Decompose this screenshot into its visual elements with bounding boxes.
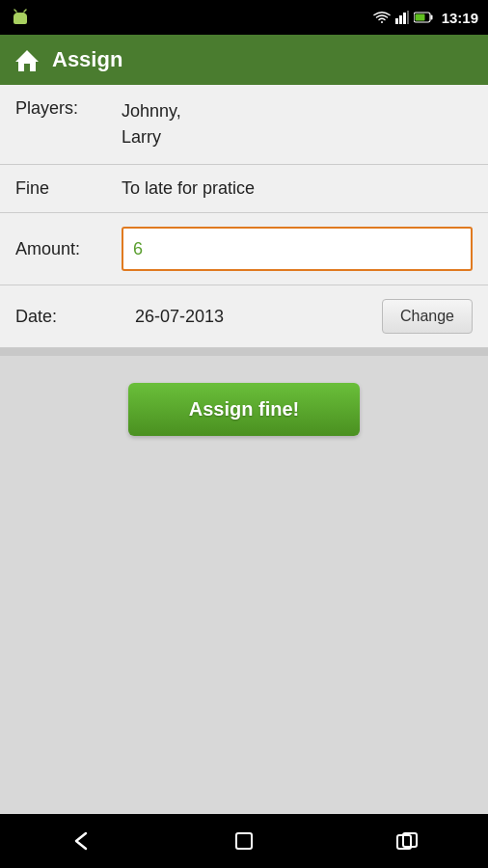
amount-input[interactable] bbox=[122, 227, 473, 271]
back-icon bbox=[67, 827, 95, 855]
svg-line-2 bbox=[14, 10, 16, 12]
players-label: Players: bbox=[15, 98, 122, 119]
fine-row: Fine To late for pratice bbox=[0, 165, 488, 213]
recent-apps-button[interactable] bbox=[393, 827, 421, 855]
players-value: Johnny,Larry bbox=[122, 98, 473, 150]
android-icon bbox=[10, 7, 31, 28]
svg-rect-9 bbox=[430, 15, 432, 20]
svg-rect-5 bbox=[399, 15, 402, 24]
date-row: Date: 26-07-2013 Change bbox=[0, 285, 488, 348]
status-bar: 13:19 bbox=[0, 0, 488, 35]
separator bbox=[0, 348, 488, 356]
fine-value: To late for pratice bbox=[122, 178, 473, 199]
app-bar: Assign bbox=[0, 35, 488, 85]
svg-marker-11 bbox=[15, 50, 39, 71]
amount-row: Amount: bbox=[0, 213, 488, 285]
svg-rect-12 bbox=[236, 833, 252, 849]
date-value: 26-07-2013 bbox=[135, 307, 368, 327]
app-bar-title: Assign bbox=[52, 47, 122, 72]
svg-rect-7 bbox=[407, 11, 409, 24]
svg-line-3 bbox=[24, 10, 26, 12]
svg-rect-10 bbox=[415, 14, 424, 21]
wifi-icon bbox=[373, 11, 391, 24]
nav-bar bbox=[0, 814, 488, 868]
players-row: Players: Johnny,Larry bbox=[0, 85, 488, 165]
svg-rect-4 bbox=[395, 18, 398, 24]
fine-label: Fine bbox=[15, 178, 122, 199]
empty-space bbox=[0, 463, 488, 752]
status-time: 13:19 bbox=[442, 10, 478, 26]
status-bar-left bbox=[10, 7, 31, 28]
button-area: Assign fine! bbox=[0, 356, 488, 463]
amount-label: Amount: bbox=[15, 239, 122, 259]
svg-rect-6 bbox=[403, 13, 406, 24]
home-nav-icon bbox=[230, 827, 258, 855]
home-nav-button[interactable] bbox=[230, 827, 258, 855]
battery-icon bbox=[414, 12, 433, 23]
recent-apps-icon bbox=[393, 827, 421, 855]
signal-icon bbox=[395, 11, 409, 24]
status-icons: 13:19 bbox=[373, 10, 478, 26]
home-icon[interactable] bbox=[14, 46, 41, 73]
change-button[interactable]: Change bbox=[382, 299, 473, 334]
main-content: Players: Johnny,Larry Fine To late for p… bbox=[0, 85, 488, 814]
back-button[interactable] bbox=[67, 827, 95, 855]
date-label: Date: bbox=[15, 307, 122, 327]
assign-fine-button[interactable]: Assign fine! bbox=[128, 383, 360, 436]
